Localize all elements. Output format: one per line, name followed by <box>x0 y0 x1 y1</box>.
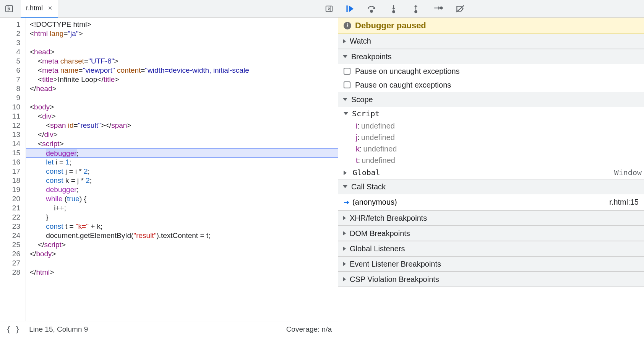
code-line[interactable] <box>30 93 338 103</box>
pause-caught-checkbox[interactable] <box>344 81 350 88</box>
code-line[interactable]: while (true) { <box>30 194 338 204</box>
code-line[interactable]: </html> <box>30 268 338 277</box>
scope-variable-row[interactable]: t: undefined <box>338 155 644 166</box>
event-listener-breakpoints-header[interactable]: Event Listener Breakpoints <box>338 256 644 272</box>
line-number[interactable]: 8 <box>0 84 20 93</box>
line-number[interactable]: 10 <box>0 103 20 112</box>
code-line[interactable]: <script> <box>30 139 338 148</box>
code-line[interactable]: document.getElementById("result").textCo… <box>30 231 338 240</box>
code-line[interactable]: debugger; <box>26 148 338 158</box>
xhr-breakpoints-header[interactable]: XHR/fetch Breakpoints <box>338 210 644 226</box>
csp-violation-breakpoints-header[interactable]: CSP Violation Breakpoints <box>338 272 644 287</box>
line-number[interactable]: 18 <box>0 176 20 185</box>
line-number[interactable]: 1 <box>0 20 20 29</box>
line-number[interactable]: 15 <box>0 148 20 158</box>
scope-variable-row[interactable]: j: undefined <box>338 132 644 143</box>
code-line[interactable] <box>30 259 338 268</box>
step-into-button[interactable] <box>387 2 400 15</box>
line-number[interactable]: 4 <box>0 47 20 57</box>
tab-file-name: r.html <box>26 4 43 12</box>
code-line[interactable]: <body> <box>30 103 338 112</box>
line-number[interactable]: 19 <box>0 185 20 194</box>
scope-section-header[interactable]: Scope <box>338 92 644 107</box>
line-number[interactable]: 6 <box>0 66 20 75</box>
code-line[interactable]: const k = j * 2; <box>30 176 338 185</box>
scope-script-row[interactable]: Script <box>338 107 644 120</box>
code-editor[interactable]: 1234567891011121314151617181920212223242… <box>0 18 338 321</box>
code-line[interactable]: </script> <box>30 240 338 249</box>
line-number[interactable]: 20 <box>0 194 20 204</box>
code-line[interactable]: <meta charset="UTF-8"> <box>30 57 338 66</box>
scope-global-row[interactable]: Global Window <box>338 166 644 179</box>
pause-caught-row[interactable]: Pause on caught exceptions <box>338 78 644 92</box>
line-number[interactable]: 16 <box>0 158 20 167</box>
toggle-navigator-button[interactable] <box>5 4 14 13</box>
scope-variable-row[interactable]: k: undefined <box>338 143 644 155</box>
global-listeners-header[interactable]: Global Listeners <box>338 241 644 256</box>
code-line[interactable]: i++; <box>30 204 338 213</box>
line-number[interactable]: 24 <box>0 231 20 240</box>
step-over-button[interactable] <box>365 2 378 15</box>
pause-uncaught-row[interactable]: Pause on uncaught exceptions <box>338 64 644 78</box>
coverage-label: Coverage: n/a <box>286 325 332 334</box>
toggle-debugger-button[interactable] <box>325 0 333 18</box>
watch-section-header[interactable]: Watch <box>338 34 644 49</box>
editor-tab[interactable]: r.html × <box>21 0 58 18</box>
code-line[interactable]: <!DOCTYPE html> <box>30 20 338 29</box>
code-line[interactable]: const j = i * 2; <box>30 167 338 176</box>
breakpoints-section-header[interactable]: Breakpoints <box>338 49 644 64</box>
code-line[interactable]: <html lang="ja"> <box>30 29 338 38</box>
line-number[interactable]: 28 <box>0 268 20 277</box>
code-line[interactable]: const t = "k=" + k; <box>30 222 338 231</box>
line-number[interactable]: 12 <box>0 121 20 130</box>
pretty-print-button[interactable]: { } <box>6 325 20 334</box>
chevron-right-icon <box>343 246 346 251</box>
csp-violation-breakpoints-label: CSP Violation Breakpoints <box>350 275 439 284</box>
call-stack-section-header[interactable]: Call Stack <box>338 179 644 194</box>
line-number[interactable]: 22 <box>0 213 20 222</box>
dom-breakpoints-header[interactable]: DOM Breakpoints <box>338 226 644 241</box>
line-number[interactable]: 26 <box>0 249 20 259</box>
deactivate-breakpoints-button[interactable] <box>454 2 467 15</box>
code-line[interactable]: <head> <box>30 47 338 57</box>
line-number[interactable]: 21 <box>0 204 20 213</box>
pause-uncaught-checkbox[interactable] <box>344 68 350 75</box>
code-content[interactable]: <!DOCTYPE html><html lang="ja"><head> <m… <box>26 18 338 321</box>
step-out-button[interactable] <box>409 2 422 15</box>
line-number[interactable]: 27 <box>0 259 20 268</box>
info-icon: i <box>344 22 351 29</box>
debugger-paused-label: Debugger paused <box>355 21 426 31</box>
code-line[interactable]: debugger; <box>30 185 338 194</box>
code-line[interactable]: </head> <box>30 84 338 93</box>
line-number[interactable]: 25 <box>0 240 20 249</box>
dom-breakpoints-label: DOM Breakpoints <box>350 229 410 238</box>
line-number[interactable]: 23 <box>0 222 20 231</box>
line-number[interactable]: 17 <box>0 167 20 176</box>
code-line[interactable]: <span id="result"></span> <box>30 121 338 130</box>
current-frame-icon: ➔ <box>344 198 349 207</box>
code-line[interactable]: <meta name="viewport" content="width=dev… <box>30 66 338 75</box>
chevron-down-icon <box>343 185 347 188</box>
code-line[interactable]: } <box>30 213 338 222</box>
line-number[interactable]: 14 <box>0 139 20 148</box>
line-number[interactable]: 3 <box>0 38 20 47</box>
code-line[interactable]: <title>Infinite Loop</title> <box>30 75 338 84</box>
code-line[interactable]: </div> <box>30 130 338 139</box>
chevron-right-icon <box>344 171 347 175</box>
call-stack-frame[interactable]: ➔ (anonymous) r.html:15 <box>338 194 644 210</box>
line-number[interactable]: 11 <box>0 112 20 121</box>
code-line[interactable]: </body> <box>30 249 338 259</box>
line-number[interactable]: 2 <box>0 29 20 38</box>
code-line[interactable]: let i = 1; <box>30 158 338 167</box>
line-number[interactable]: 9 <box>0 93 20 103</box>
close-tab-icon[interactable]: × <box>48 4 52 12</box>
step-button[interactable] <box>431 2 444 15</box>
code-line[interactable] <box>30 38 338 47</box>
resume-button[interactable] <box>343 2 356 15</box>
line-number[interactable]: 5 <box>0 57 20 66</box>
code-line[interactable]: <div> <box>30 112 338 121</box>
scope-script-label: Script <box>352 109 380 118</box>
line-number[interactable]: 7 <box>0 75 20 84</box>
line-number[interactable]: 13 <box>0 130 20 139</box>
scope-variable-row[interactable]: i: undefined <box>338 120 644 132</box>
